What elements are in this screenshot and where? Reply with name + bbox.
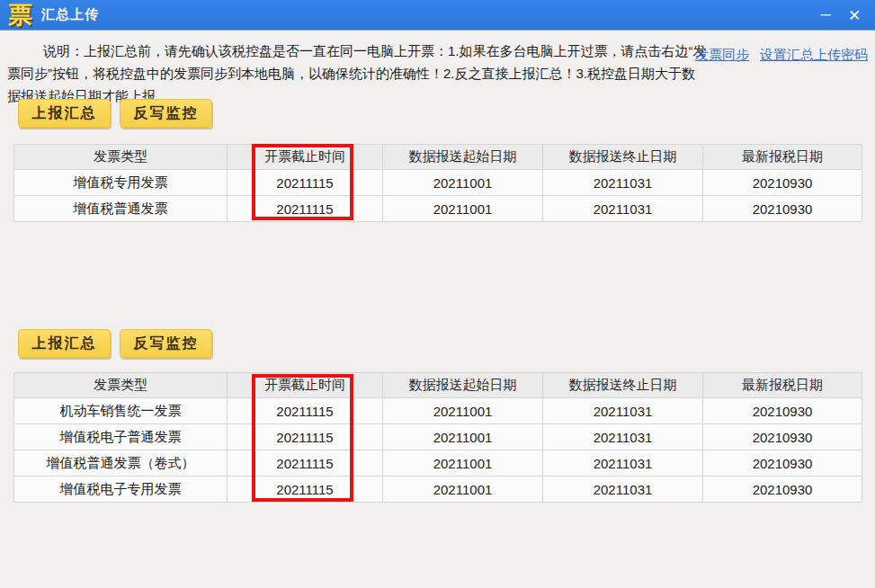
- button-row-1: 上报汇总 反写监控: [18, 99, 212, 128]
- invoice-table-1: 发票类型开票截止时间数据报送起始日期数据报送终止日期最新报税日期增值税专用发票2…: [13, 144, 862, 222]
- table-cell: 20211001: [383, 398, 543, 424]
- table-cell: 20210930: [703, 196, 862, 222]
- table-row: 增值税专用发票20211115202110012021103120210930: [14, 170, 862, 196]
- minimize-icon[interactable]: –: [814, 4, 837, 27]
- table-cell: 20211031: [543, 424, 703, 450]
- table-row: 增值税电子专用发票2021111520211001202110312021093…: [14, 477, 862, 503]
- table-cell: 20211001: [383, 477, 543, 503]
- table-cell: 20211031: [543, 170, 703, 196]
- table-cell: 增值税专用发票: [14, 170, 228, 196]
- writeback-monitor-button[interactable]: 反写监控: [120, 99, 212, 128]
- column-header: 最新报税日期: [703, 145, 862, 170]
- table-cell: 20211031: [543, 196, 703, 222]
- link-group: 发票同步 设置汇总上传密码: [695, 47, 868, 64]
- app-ticket-icon: 票: [8, 2, 32, 29]
- table-row: 增值税电子普通发票2021111520211001202110312021093…: [14, 424, 862, 450]
- table-cell: 20210930: [703, 170, 862, 196]
- table-cell: 增值税电子专用发票: [14, 477, 228, 503]
- column-header: 最新报税日期: [703, 373, 862, 398]
- table-cell: 20211001: [383, 424, 543, 450]
- table-cell: 20210930: [703, 450, 862, 477]
- button-row-2: 上报汇总 反写监控: [18, 329, 212, 358]
- table-cell: 20211115: [228, 450, 383, 477]
- table-cell: 20210930: [703, 477, 862, 503]
- table-row: 增值税普通发票20211115202110012021103120210930: [14, 196, 862, 222]
- invoice-sync-link[interactable]: 发票同步: [695, 47, 749, 64]
- table-cell: 增值税普通发票: [14, 196, 228, 222]
- table-cell: 20211115: [228, 424, 383, 450]
- window-controls: – ✕: [814, 0, 866, 31]
- window-title: 汇总上传: [41, 6, 99, 23]
- table-cell: 20211001: [383, 170, 543, 196]
- summary-upload-window: 票 汇总上传 – ✕ 说明：上报汇总前，请先确认该税控盘是否一直在同一电脑上开票…: [0, 0, 875, 588]
- table-cell: 20211115: [228, 477, 383, 503]
- column-header: 开票截止时间: [228, 373, 383, 398]
- table-cell: 20211115: [228, 398, 383, 424]
- writeback-monitor-button[interactable]: 反写监控: [120, 329, 212, 358]
- table-cell: 增值税普通发票（卷式）: [14, 450, 228, 477]
- table-cell: 20210930: [703, 424, 862, 450]
- table-row: 增值税普通发票（卷式）20211115202110012021103120210…: [14, 450, 862, 477]
- table-cell: 增值税电子普通发票: [14, 424, 228, 450]
- report-summary-button[interactable]: 上报汇总: [18, 329, 111, 358]
- table-cell: 20211001: [383, 450, 543, 477]
- header-row: 发票类型开票截止时间数据报送起始日期数据报送终止日期最新报税日期: [14, 145, 862, 170]
- report-summary-button[interactable]: 上报汇总: [18, 99, 111, 128]
- column-header: 发票类型: [14, 145, 228, 170]
- table-cell: 20211115: [228, 196, 383, 222]
- table-cell: 20211031: [543, 398, 703, 424]
- instruction-note: 说明：上报汇总前，请先确认该税控盘是否一直在同一电脑上开票：1.如果在多台电脑上…: [7, 40, 707, 107]
- title-bar: 票 汇总上传 – ✕: [0, 0, 875, 31]
- invoice-table-2: 发票类型开票截止时间数据报送起始日期数据报送终止日期最新报税日期机动车销售统一发…: [13, 372, 862, 503]
- table-cell: 20210930: [703, 398, 862, 424]
- table-cell: 20211031: [543, 477, 703, 503]
- column-header: 开票截止时间: [228, 145, 383, 170]
- header-row: 发票类型开票截止时间数据报送起始日期数据报送终止日期最新报税日期: [14, 373, 862, 398]
- table-cell: 20211115: [228, 170, 383, 196]
- column-header: 发票类型: [14, 373, 228, 398]
- column-header: 数据报送起始日期: [383, 373, 543, 398]
- column-header: 数据报送起始日期: [383, 145, 543, 170]
- column-header: 数据报送终止日期: [543, 145, 703, 170]
- set-upload-password-link[interactable]: 设置汇总上传密码: [760, 47, 868, 64]
- table-cell: 20211001: [383, 196, 543, 222]
- column-header: 数据报送终止日期: [543, 373, 703, 398]
- table-cell: 20211031: [543, 450, 703, 477]
- table-cell: 机动车销售统一发票: [14, 398, 228, 424]
- close-icon[interactable]: ✕: [843, 4, 866, 27]
- table-row: 机动车销售统一发票2021111520211001202110312021093…: [14, 398, 862, 424]
